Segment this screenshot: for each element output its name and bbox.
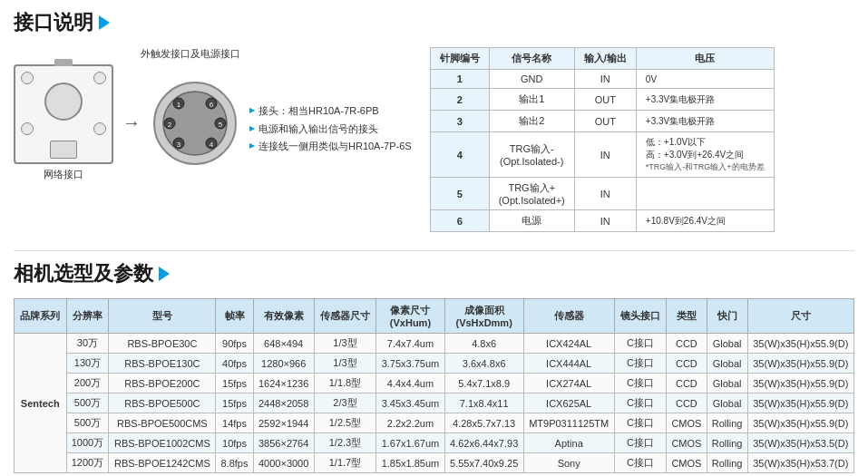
shutter-6: Rolling [707,433,747,453]
connector-info-item-2: 电源和输入输出信号的接头 [249,121,412,139]
pin-table-header-1: 针脚编号 [430,48,489,70]
camera-title-arrow-icon [159,267,170,281]
sensor-6: Aptina [523,433,614,453]
fps-5: 14fps [216,413,253,433]
eth-port [50,141,77,159]
res-3: 200万 [66,374,109,393]
pin-row-2: 2 输出1 OUT +3.3V集电极开路 [430,89,774,111]
arrow-right-icon: → [122,112,141,133]
res-6: 1000万 [66,433,109,453]
col-dim: 尺寸 [747,299,853,334]
interface-section: 外触发接口及电源接口 网络接口 → [14,47,854,232]
dim-1: 35(W)x35(H)x55.9(D) [747,334,853,354]
pixels-4: 2448×2058 [253,393,314,413]
sensor-size-4: 2/3型 [314,393,376,413]
image-area-2: 3.6x4.8x6 [444,354,523,374]
pin-table-header-4: 电压 [636,48,774,70]
sensor-4: ICX625AL [523,393,614,413]
pin-voltage-4: 低：+1.0V以下高：+3.0V到+26.4V之间*TRG输入-和TRG输入+的… [636,132,774,178]
dim-7: 35(W)x35(H)x53.7(D) [747,453,853,473]
pin-num-1: 1 [430,70,489,89]
pixel-size-3: 4.4x4.4um [376,374,444,393]
camera-body [14,64,113,164]
sensor-1: ICX424AL [523,334,614,354]
pixels-7: 4000×3000 [253,453,314,473]
product-row-7: 1200万 RBS-BPOE1242CMS 8.8fps 4000×3000 1… [15,453,854,473]
fps-4: 15fps [216,393,253,413]
product-table: 品牌系列 分辨率 型号 帧率 有效像素 传感器尺寸 像素尺寸(VxHum) 成像… [14,298,854,473]
camera-section: 相机选型及参数 品牌系列 分辨率 型号 帧率 有效像素 传感器尺寸 像素尺寸(V… [14,250,854,473]
dim-6: 35(W)x35(H)x53.5(D) [747,433,853,453]
pin-io-6: IN [574,210,636,232]
pixels-1: 648×494 [253,334,314,354]
shutter-3: Global [707,374,747,393]
sensor-size-5: 1/2.5型 [314,413,376,433]
sensor-size-2: 1/3型 [314,354,376,374]
product-row-3: 200万 RBS-BPOE200C 15fps 1624×1236 1/1.8型… [15,374,854,393]
product-row-5: 500万 RBS-BPOE500CMS 14fps 2592×1944 1/2.… [15,413,854,433]
dim-2: 35(W)x35(H)x55.9(D) [747,354,853,374]
sensor-3: ICX274AL [523,374,614,393]
pin-voltage-3: +3.3V集电极开路 [636,111,774,132]
pin-signal-5: TRG输入+(Opt.Isolated+) [489,178,574,210]
pin-num-4: 4 [430,132,489,178]
image-area-1: 4.8x6 [444,334,523,354]
lens-4: C接口 [614,393,667,413]
col-lens: 镜头接口 [614,299,667,334]
product-row-2: 130万 RBS-BPOE130C 40fps 1280×966 1/3型 3.… [15,354,854,374]
diagrams-row: 网络接口 → 1 [14,64,412,181]
interface-title: 接口说明 [14,9,93,36]
image-area-5: 4.28x5.7x7.13 [444,413,523,433]
pin-io-3: OUT [574,111,636,132]
sensor-size-6: 1/2.3型 [314,433,376,453]
image-area-7: 5.55x7.40x9.25 [444,453,523,473]
connector-info-container: 接头：相当HR10A-7R-6PB 电源和输入输出信号的接头 连接线一侧用类似与… [249,97,412,156]
camera-section-title: 相机选型及参数 [14,260,854,287]
lens-3: C接口 [614,374,667,393]
dim-5: 35(W)x35(H)x55.9(D) [747,413,853,433]
pin-table: 针脚编号 信号名称 输入/输出 电压 1 GND IN 0V 2 [430,47,775,232]
col-pixels: 有效像素 [253,299,314,334]
pin-num-3: 3 [430,111,489,132]
pin-voltage-1: 0V [636,70,774,89]
lens-2: C接口 [614,354,667,374]
pixel-size-2: 3.75x3.75um [376,354,444,374]
svg-text:4: 4 [210,141,214,149]
sensor-size-7: 1/1.7型 [314,453,376,473]
col-pixel-size: 像素尺寸(VxHum) [376,299,444,334]
pin-voltage-5 [636,178,774,210]
lens-5: C接口 [614,413,667,433]
col-type: 类型 [667,299,707,334]
type-7: CMOS [667,453,707,473]
fps-7: 8.8fps [216,453,253,473]
dim-3: 35(W)x35(H)x55.9(D) [747,374,853,393]
svg-text:6: 6 [210,101,214,109]
pin-row-3: 3 输出2 OUT +3.3V集电极开路 [430,111,774,132]
sensor-5: MT9P0311125TM [523,413,614,433]
pin-row-4: 4 TRG输入-(Opt.Isolated-) IN 低：+1.0V以下高：+3… [430,132,774,178]
circular-connector-svg: 1 6 2 5 3 [150,78,240,169]
type-5: CMOS [667,413,707,433]
lens-7: C接口 [614,453,667,473]
shutter-7: Rolling [707,453,747,473]
connector-diagrams: 外触发接口及电源接口 网络接口 → [14,47,412,232]
col-fps: 帧率 [216,299,253,334]
lens-1: C接口 [614,334,667,354]
pin-io-5: IN [574,178,636,210]
top-connector [54,59,73,66]
sensor-2: ICX444AL [523,354,614,374]
lens-6: C接口 [614,433,667,453]
model-3: RBS-BPOE200C [109,374,216,393]
model-5: RBS-BPOE500CMS [109,413,216,433]
col-model: 型号 [109,299,216,334]
pin-num-6: 6 [430,210,489,232]
pixels-2: 1280×966 [253,354,314,374]
pin-signal-3: 输出2 [489,111,574,132]
col-sensor: 传感器 [523,299,614,334]
model-2: RBS-BPOE130C [109,354,216,374]
pin-voltage-2: +3.3V集电极开路 [636,89,774,111]
connector-info-item-3: 连接线一侧用类似与HR10A-7P-6S [249,138,412,156]
shutter-1: Global [707,334,747,354]
pin-io-4: IN [574,132,636,178]
pixel-size-7: 1.85x1.85um [376,453,444,473]
